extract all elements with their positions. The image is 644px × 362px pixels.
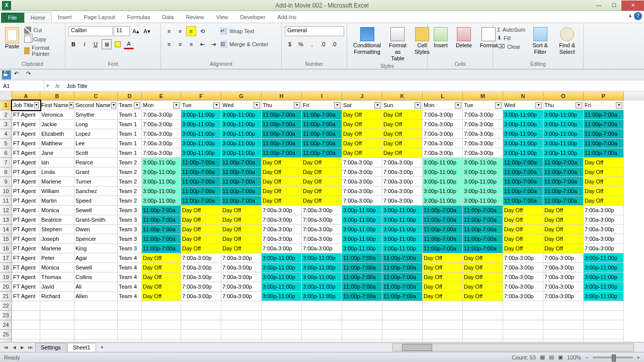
data-cell[interactable]: 7:00a-3:00p xyxy=(503,263,543,273)
empty-cell[interactable] xyxy=(543,311,584,320)
ribbon-tab-formulas[interactable]: Formulas xyxy=(121,12,156,23)
font-color-button[interactable]: A xyxy=(124,39,134,49)
data-cell[interactable]: Day Off xyxy=(342,120,382,129)
empty-cell[interactable] xyxy=(543,320,584,330)
data-cell[interactable]: Team 3 xyxy=(118,225,142,234)
empty-cell[interactable] xyxy=(74,320,118,330)
data-cell[interactable]: Day Off xyxy=(142,282,181,292)
data-cell[interactable]: Spencer xyxy=(74,234,118,244)
data-cell[interactable]: Day Off xyxy=(463,292,503,301)
data-cell[interactable]: 3:00p-11:00p xyxy=(262,253,302,263)
data-cell[interactable]: 11:00p-7:00a xyxy=(142,215,181,225)
data-cell[interactable]: 11:00p-7:00a xyxy=(382,292,423,301)
empty-cell[interactable] xyxy=(40,320,74,330)
empty-cell[interactable] xyxy=(262,301,302,311)
empty-cell[interactable] xyxy=(423,301,463,311)
data-cell[interactable]: FT Agent xyxy=(12,148,40,158)
empty-cell[interactable] xyxy=(302,330,342,339)
ribbon-tab-add-ins[interactable]: Add-Ins xyxy=(271,12,302,23)
empty-cell[interactable] xyxy=(40,301,74,311)
column-header[interactable]: K xyxy=(382,92,423,101)
data-cell[interactable]: Day Off xyxy=(503,215,543,225)
data-cell[interactable]: Day Off xyxy=(221,234,262,244)
data-cell[interactable]: 11:00p-7:00a xyxy=(463,206,503,215)
data-cell[interactable]: Day Off xyxy=(503,244,543,253)
empty-cell[interactable] xyxy=(12,301,40,311)
data-cell[interactable]: 7:00a-3:00p xyxy=(543,273,584,282)
filter-header-cell[interactable]: Mon▼ xyxy=(423,101,463,110)
empty-cell[interactable] xyxy=(342,330,382,339)
data-cell[interactable]: Day Off xyxy=(463,273,503,282)
data-cell[interactable]: Day Off xyxy=(584,167,624,177)
prev-sheet-icon[interactable]: ◀ xyxy=(10,343,18,351)
data-cell[interactable]: 3:00p-11:00p xyxy=(503,148,543,158)
empty-cell[interactable] xyxy=(221,311,262,320)
data-cell[interactable]: 7:00a-3:00p xyxy=(181,282,221,292)
ribbon-tab-developer[interactable]: Developer xyxy=(234,12,271,23)
column-header[interactable]: I xyxy=(302,92,342,101)
data-cell[interactable]: 11:00p-7:00a xyxy=(543,187,584,196)
data-cell[interactable]: PT Agent xyxy=(12,234,40,244)
data-cell[interactable]: 7:00a-3:00p xyxy=(181,292,221,301)
data-cell[interactable]: 7:00a-3:00p xyxy=(423,120,463,129)
data-cell[interactable]: 11:00p-7:00a xyxy=(302,148,342,158)
data-cell[interactable]: 7:00a-3:00p xyxy=(423,148,463,158)
data-cell[interactable]: Sewell xyxy=(74,263,118,273)
row-header[interactable]: 18 xyxy=(0,263,12,273)
data-cell[interactable]: Day Off xyxy=(302,158,342,167)
data-cell[interactable]: Day Off xyxy=(382,129,423,139)
data-cell[interactable]: Javid xyxy=(40,282,74,292)
filter-dropdown-icon[interactable]: ▼ xyxy=(374,102,381,109)
data-cell[interactable]: FT Agent xyxy=(12,139,40,148)
increase-decimal-button[interactable]: .0 xyxy=(318,39,328,49)
data-cell[interactable]: FT Agent xyxy=(12,263,40,273)
empty-cell[interactable] xyxy=(463,330,503,339)
filter-header-cell[interactable]: Thu▼ xyxy=(262,101,302,110)
fx-icon[interactable]: fx xyxy=(51,83,64,89)
data-cell[interactable]: 7:00a-3:00p xyxy=(302,244,342,253)
data-cell[interactable]: 3:00p-11:00p xyxy=(503,129,543,139)
data-cell[interactable]: PT Agent xyxy=(12,177,40,187)
data-cell[interactable]: 3:00p-11:00p xyxy=(342,215,382,225)
column-header[interactable]: B xyxy=(40,92,74,101)
row-header[interactable]: 11 xyxy=(0,196,12,206)
empty-cell[interactable] xyxy=(262,320,302,330)
fill-color-button[interactable] xyxy=(113,39,123,49)
filter-dropdown-icon[interactable]: ▼ xyxy=(294,102,300,109)
data-cell[interactable]: Day Off xyxy=(423,253,463,263)
data-cell[interactable]: Day Off xyxy=(142,292,181,301)
data-cell[interactable]: Team 2 xyxy=(118,187,142,196)
data-cell[interactable]: Linda xyxy=(40,167,74,177)
data-cell[interactable]: Day Off xyxy=(584,158,624,167)
empty-cell[interactable] xyxy=(503,330,543,339)
data-cell[interactable]: 11:00p-7:00a xyxy=(584,129,624,139)
data-cell[interactable]: Veronica xyxy=(40,110,74,120)
data-cell[interactable]: Day Off xyxy=(262,167,302,177)
data-cell[interactable]: Day Off xyxy=(181,215,221,225)
data-cell[interactable]: 7:00a-3:00p xyxy=(543,253,584,263)
data-cell[interactable]: 3:00p-11:00p xyxy=(142,187,181,196)
data-cell[interactable]: FT Agent xyxy=(12,129,40,139)
filter-dropdown-icon[interactable]: ▼ xyxy=(134,102,140,109)
data-cell[interactable]: 3:00p-11:00p xyxy=(584,282,624,292)
column-header[interactable]: C xyxy=(74,92,118,101)
data-cell[interactable]: 3:00p-11:00p xyxy=(423,196,463,206)
data-cell[interactable]: 7:00a-3:00p xyxy=(262,206,302,215)
autosum-button[interactable]: Σ AutoSum xyxy=(496,26,526,33)
data-cell[interactable]: 11:00p-7:00a xyxy=(342,253,382,263)
data-cell[interactable]: Day Off xyxy=(342,139,382,148)
data-cell[interactable]: Team 1 xyxy=(118,129,142,139)
data-cell[interactable]: Lee xyxy=(74,139,118,148)
data-cell[interactable]: 11:00p-7:00a xyxy=(382,273,423,282)
row-header[interactable]: 25 xyxy=(0,330,12,339)
data-cell[interactable]: 11:00p-7:00a xyxy=(543,167,584,177)
column-header[interactable]: G xyxy=(221,92,262,101)
data-cell[interactable]: Day Off xyxy=(423,263,463,273)
data-cell[interactable]: 7:00a-3:00p xyxy=(423,139,463,148)
data-cell[interactable]: 7:00a-3:00p xyxy=(342,177,382,187)
empty-cell[interactable] xyxy=(423,311,463,320)
column-header[interactable]: M xyxy=(463,92,503,101)
data-cell[interactable]: 3:00p-11:00p xyxy=(463,167,503,177)
data-cell[interactable]: Day Off xyxy=(503,225,543,234)
empty-cell[interactable] xyxy=(342,301,382,311)
